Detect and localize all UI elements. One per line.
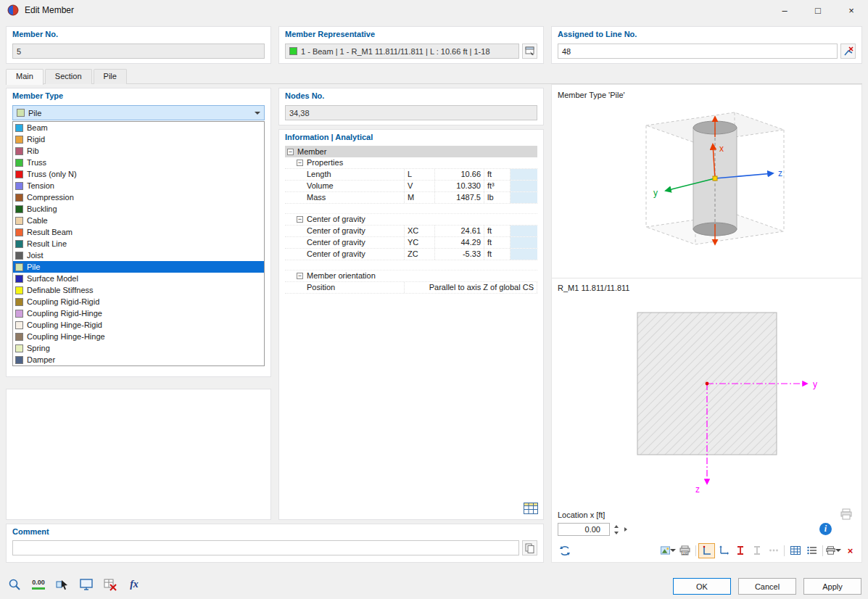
- member-type-option[interactable]: Truss (only N): [13, 168, 264, 180]
- member-type-option[interactable]: Definable Stiffness: [13, 284, 264, 296]
- section-outline-icon: [702, 545, 712, 555]
- member-type-option[interactable]: Pile: [13, 261, 264, 273]
- render-mode-button[interactable]: [660, 543, 677, 558]
- member-representative-input[interactable]: 1 - Beam | 1 - R_M1 11.811/11.811 | L : …: [285, 44, 519, 59]
- show-profile-button[interactable]: [732, 543, 748, 558]
- section-axis-z-label: z: [695, 484, 700, 495]
- member-type-option[interactable]: Spring: [13, 342, 264, 354]
- show-dimensions-button[interactable]: [765, 543, 782, 558]
- member-type-color-swatch: [15, 147, 23, 155]
- delete-table-icon: [104, 578, 117, 591]
- member-type-option[interactable]: Result Line: [13, 238, 264, 249]
- show-values-table-button[interactable]: [787, 543, 803, 558]
- cancel-button[interactable]: Cancel: [738, 578, 796, 595]
- maximize-button[interactable]: □: [801, 0, 835, 20]
- svg-text:100: 100: [682, 552, 688, 555]
- member-type-option[interactable]: Damper: [13, 354, 264, 365]
- units-settings-button[interactable]: 0.00: [30, 576, 47, 593]
- member-type-list[interactable]: Beam Rigid Rib Truss Truss (only N) Tens…: [12, 121, 265, 366]
- member-type-combo-value: Pile: [28, 109, 41, 117]
- member-type-option[interactable]: Joist: [13, 249, 264, 261]
- member-type-option[interactable]: Result Beam: [13, 226, 264, 238]
- apply-button[interactable]: Apply: [803, 578, 861, 595]
- image-icon: [661, 546, 670, 555]
- step-forward-icon[interactable]: [624, 527, 627, 532]
- collapse-icon[interactable]: [287, 149, 294, 155]
- copy-comment-button[interactable]: [522, 540, 537, 555]
- collapse-icon[interactable]: [297, 160, 303, 166]
- magnifier-icon: [8, 578, 21, 591]
- member-type-option[interactable]: Coupling Hinge-Rigid: [13, 319, 264, 331]
- axes-icon: [719, 545, 729, 555]
- member-type-option[interactable]: Coupling Hinge-Hinge: [13, 331, 264, 342]
- chevron-down-icon: [835, 549, 841, 552]
- member-type-option[interactable]: Surface Model: [13, 273, 264, 284]
- chevron-down-icon: [670, 549, 676, 552]
- tab-section[interactable]: Section: [45, 69, 92, 84]
- show-section-outline-button[interactable]: [698, 543, 715, 558]
- sync-view-button[interactable]: [556, 543, 573, 558]
- member-no-input[interactable]: 5: [12, 44, 265, 59]
- sync-icon: [559, 545, 571, 556]
- list-icon: [807, 546, 817, 555]
- assigned-line-label: Assigned to Line No.: [558, 30, 637, 38]
- minimize-button[interactable]: –: [768, 0, 801, 20]
- spin-up-icon[interactable]: [611, 523, 621, 529]
- collapse-icon[interactable]: [297, 216, 303, 223]
- info-button[interactable]: i: [819, 523, 832, 535]
- location-combo[interactable]: 0.00: [558, 523, 610, 536]
- show-stress-points-button[interactable]: [803, 543, 820, 558]
- show-axes-button[interactable]: [715, 543, 732, 558]
- member-type-color-swatch: [15, 205, 23, 213]
- representative-picker-button[interactable]: [522, 44, 537, 59]
- tab-divider: [6, 83, 862, 84]
- member-type-option[interactable]: Beam: [13, 122, 264, 133]
- member-type-option[interactable]: Rigid: [13, 133, 264, 145]
- preview-toolbar: 100: [556, 542, 859, 558]
- member-type-option[interactable]: Coupling Rigid-Hinge: [13, 307, 264, 319]
- tab-main[interactable]: Main: [6, 69, 44, 85]
- tree-root-row[interactable]: Member: [285, 146, 537, 157]
- member-type-option[interactable]: Compression: [13, 191, 264, 203]
- print-scale-button[interactable]: 100: [677, 543, 693, 558]
- member-type-option[interactable]: Rib: [13, 145, 264, 157]
- view-in-graphic-button[interactable]: [78, 576, 95, 593]
- member-type-color-swatch: [15, 240, 23, 248]
- member-type-option[interactable]: Truss: [13, 157, 264, 168]
- member-3d-view[interactable]: x y z: [552, 101, 861, 275]
- member-type-color-swatch: [15, 252, 23, 260]
- select-member-button[interactable]: [54, 576, 71, 593]
- member-type-color-swatch: [15, 263, 23, 271]
- member-type-option[interactable]: Buckling: [13, 203, 264, 215]
- edit-function-button[interactable]: fx: [125, 576, 143, 593]
- ok-button[interactable]: OK: [673, 578, 731, 595]
- location-spinner[interactable]: [611, 523, 621, 536]
- print-button[interactable]: [825, 543, 842, 558]
- member-type-color-swatch: [15, 170, 23, 178]
- tree-group-row[interactable]: Member orientation: [285, 270, 537, 282]
- assigned-line-input[interactable]: 48: [558, 44, 838, 59]
- show-profile-alt-button[interactable]: [748, 543, 765, 558]
- nodes-input[interactable]: 34,38: [285, 105, 537, 120]
- member-type-option[interactable]: Cable: [13, 215, 264, 226]
- member-type-combo[interactable]: Pile: [12, 105, 265, 120]
- tree-group-row[interactable]: Center of gravity: [285, 214, 537, 226]
- units-underline: [32, 587, 45, 590]
- comment-input[interactable]: [12, 540, 519, 555]
- section-2d-view[interactable]: y z: [552, 297, 861, 507]
- close-button[interactable]: ×: [835, 0, 868, 20]
- deactivate-view-button[interactable]: ×: [842, 543, 859, 558]
- open-table-button[interactable]: [523, 502, 539, 515]
- detach-line-button[interactable]: [840, 44, 856, 59]
- tree-group-row[interactable]: Properties: [285, 157, 537, 169]
- member-type-option[interactable]: Coupling Rigid-Rigid: [13, 296, 264, 307]
- delete-member-button[interactable]: [102, 576, 119, 593]
- comment-label: Comment: [12, 527, 49, 536]
- member-type-option[interactable]: Tension: [13, 180, 264, 191]
- collapse-icon[interactable]: [297, 273, 303, 279]
- member-type-color-swatch: [15, 136, 23, 144]
- spin-down-icon[interactable]: [611, 529, 621, 536]
- display-settings-button[interactable]: [6, 576, 23, 593]
- tab-pile[interactable]: Pile: [94, 69, 127, 84]
- nodes-label: Nodes No.: [285, 91, 324, 100]
